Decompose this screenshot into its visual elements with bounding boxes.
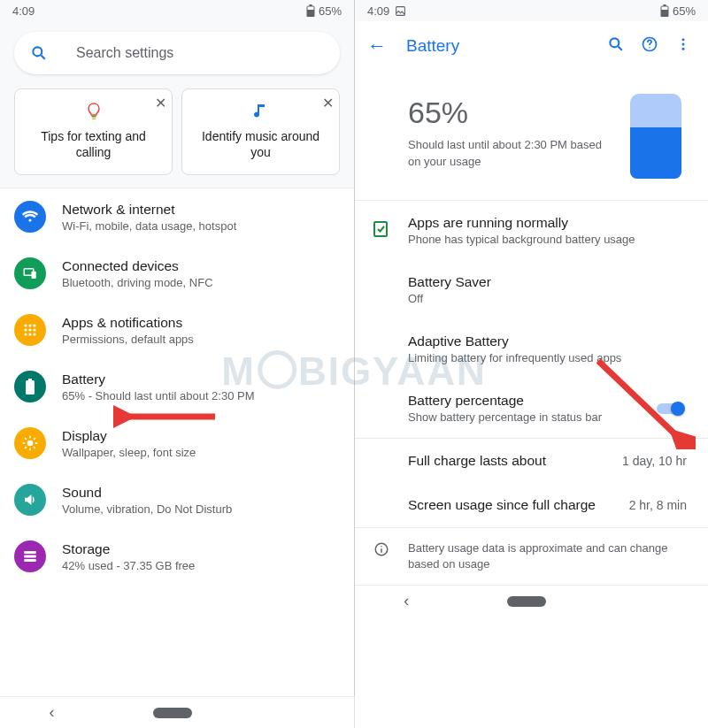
svg-point-17	[33, 333, 35, 336]
svg-point-13	[28, 329, 31, 332]
search-container: Search settings	[0, 21, 354, 83]
item-sub: 65% - Should last until about 2:30 PM	[62, 389, 255, 402]
check-box-icon	[373, 220, 389, 241]
item-apps[interactable]: Apps & notificationsPermissions, default…	[0, 302, 354, 358]
back-button[interactable]: ←	[367, 34, 387, 57]
search-icon	[30, 44, 48, 62]
svg-point-12	[24, 329, 27, 332]
app-bar: ← Battery	[355, 21, 708, 71]
svg-point-40	[682, 38, 685, 41]
row-title: Adaptive Battery	[408, 333, 621, 349]
svg-rect-5	[91, 116, 96, 118]
svg-point-46	[381, 546, 382, 548]
item-sub: 42% used - 37.35 GB free	[62, 559, 195, 572]
item-title: Apps & notifications	[62, 315, 194, 331]
status-time: 4:09	[367, 4, 389, 18]
item-sub: Wi-Fi, mobile, data usage, hotspot	[62, 219, 236, 233]
help-icon[interactable]	[637, 35, 662, 57]
nav-back[interactable]: ‹	[404, 592, 409, 610]
row-title: Apps are running normally	[408, 215, 635, 231]
close-icon[interactable]: ✕	[155, 95, 166, 111]
item-title: Sound	[62, 485, 232, 501]
row-value: 1 day, 10 hr	[622, 454, 687, 468]
lightbulb-icon	[24, 102, 163, 121]
search-placeholder: Search settings	[76, 45, 173, 61]
svg-line-28	[34, 439, 35, 441]
svg-line-48	[598, 361, 678, 437]
svg-point-3	[33, 47, 42, 56]
battery-icon	[306, 4, 315, 17]
svg-line-25	[25, 439, 27, 441]
svg-point-39	[649, 46, 650, 48]
nav-back[interactable]: ‹	[50, 703, 55, 722]
battery-icon	[14, 371, 46, 402]
item-title: Network & internet	[62, 202, 236, 218]
card-tips[interactable]: ✕ Tips for texting and calling	[14, 88, 173, 175]
item-title: Battery	[62, 372, 255, 387]
svg-point-15	[24, 333, 27, 336]
row-value: 2 hr, 8 min	[629, 498, 687, 512]
item-sub: Bluetooth, driving mode, NFC	[62, 276, 213, 289]
svg-rect-31	[24, 559, 36, 562]
item-title: Display	[62, 428, 196, 444]
search-bar[interactable]: Search settings	[14, 32, 340, 74]
info-note: Battery usage data is approximate and ca…	[355, 527, 708, 585]
sound-icon	[14, 484, 46, 516]
svg-rect-35	[661, 10, 668, 17]
picture-icon	[395, 5, 406, 17]
row-battery-saver[interactable]: Battery SaverOff	[355, 260, 708, 319]
item-sound[interactable]: SoundVolume, vibration, Do Not Disturb	[0, 471, 354, 528]
card-music[interactable]: ✕ Identify music around you	[181, 88, 340, 175]
svg-rect-19	[28, 379, 32, 380]
devices-icon	[14, 257, 46, 289]
brightness-icon	[14, 427, 46, 459]
svg-rect-2	[307, 10, 314, 17]
row-title: Full charge lasts about	[408, 453, 546, 469]
battery-estimate: Should last until about 2:30 PM based on…	[408, 137, 612, 169]
item-storage[interactable]: Storage42% used - 37.35 GB free	[0, 528, 354, 585]
svg-point-14	[33, 329, 35, 332]
info-text: Battery usage data is approximate and ca…	[408, 540, 687, 572]
nav-home[interactable]	[153, 708, 192, 718]
annotation-arrow-right	[589, 352, 696, 449]
apps-icon	[14, 314, 46, 346]
item-connected-devices[interactable]: Connected devicesBluetooth, driving mode…	[0, 245, 354, 302]
nav-home[interactable]	[507, 596, 546, 607]
svg-line-4	[42, 56, 45, 59]
settings-list: Network & internetWi-Fi, mobile, data us…	[0, 188, 354, 696]
item-network[interactable]: Network & internetWi-Fi, mobile, data us…	[0, 188, 354, 245]
svg-rect-30	[24, 556, 36, 558]
nav-bar: ‹ ▢	[355, 585, 708, 617]
battery-icon	[660, 4, 669, 17]
svg-rect-43	[374, 222, 387, 236]
music-note-icon	[191, 102, 330, 121]
status-bar: 4:09 65%	[355, 0, 708, 21]
svg-rect-18	[26, 380, 35, 395]
wifi-icon	[14, 201, 46, 233]
annotation-arrow-left	[113, 403, 219, 430]
close-icon[interactable]: ✕	[322, 95, 334, 111]
item-sub: Permissions, default apps	[62, 333, 194, 346]
search-icon[interactable]	[604, 35, 628, 57]
info-icon	[373, 541, 390, 572]
status-bar: 4:09 65%	[0, 0, 354, 21]
row-apps-running[interactable]: Apps are running normallyPhone has typic…	[355, 201, 708, 260]
row-sub: Phone has typical background battery usa…	[408, 233, 635, 246]
svg-point-42	[682, 47, 685, 50]
svg-rect-32	[396, 6, 405, 15]
screen-divider	[354, 0, 355, 696]
row-screen-usage[interactable]: Screen usage since full charge 2 hr, 8 m…	[355, 483, 708, 527]
card-title: Identify music around you	[191, 128, 330, 160]
overflow-menu-icon[interactable]	[671, 36, 696, 57]
battery-hero: 65% Should last until about 2:30 PM base…	[355, 71, 708, 201]
status-time: 4:09	[12, 4, 35, 18]
svg-point-41	[682, 42, 685, 45]
card-title: Tips for texting and calling	[24, 128, 163, 160]
battery-percentage: 65%	[408, 96, 612, 130]
svg-line-37	[619, 46, 622, 50]
item-title: Connected devices	[62, 258, 213, 274]
row-title: Battery Saver	[408, 274, 491, 290]
svg-point-20	[27, 441, 34, 447]
svg-line-27	[25, 448, 27, 449]
item-sub: Volume, vibration, Do Not Disturb	[62, 502, 232, 516]
